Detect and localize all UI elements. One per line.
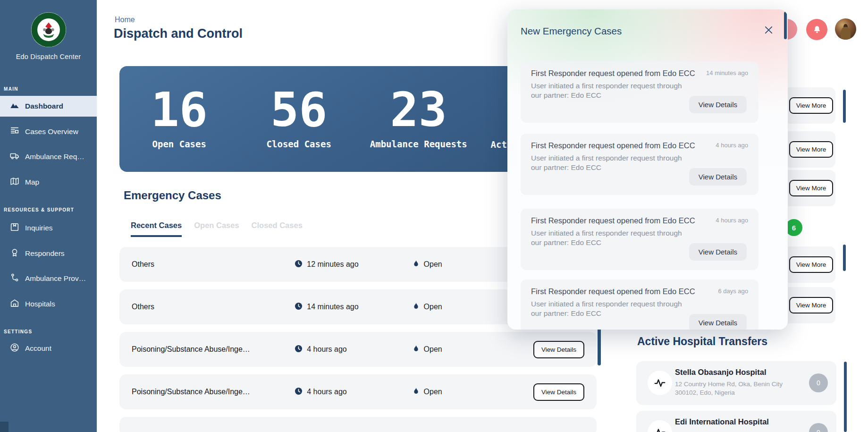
sidebar-item[interactable]: Responders [0,243,97,264]
case-status: Open [424,260,442,269]
view-details-chip[interactable]: View Details [689,243,747,261]
user-avatar[interactable] [835,18,856,40]
org-name: Edo Dispatch Center [0,53,97,60]
notification-title: First Responder request opened from Edo … [531,216,695,225]
notification-description: User initiated a first responder request… [531,153,691,173]
right-panel-scrollbar[interactable] [843,245,846,271]
dispatch-dashboard: Edo Dispatch Center MAIN Dashboard Cases… [0,0,868,432]
stat-ambulance-requests: 23 Ambulance Requests [359,66,479,172]
case-status-cell: Open [413,387,512,397]
breadcrumb[interactable]: Home [115,16,135,24]
transfers-scrollbar[interactable] [844,362,847,432]
hospital-name: Edi International Hospital [675,417,769,426]
flame-icon [413,260,420,270]
active-hospital-transfers-heading: Active Hospital Transfers [637,335,767,348]
sidebar-item[interactable]: Dashboard [0,96,97,117]
case-time-cell: 4 hours ago [295,345,412,355]
case-time: 12 minutes ago [307,260,358,269]
stat-value: 16 [151,82,208,138]
inquiries-icon [9,222,20,234]
bell-icon [812,25,822,34]
view-more-button[interactable]: View More [789,180,833,196]
case-time: 4 hours ago [307,388,347,396]
clock-icon [295,260,303,270]
edo-state-logo [0,11,97,50]
case-row-partial [119,417,597,432]
view-details-chip[interactable]: View Details [689,168,747,186]
view-more-button[interactable]: View More [789,297,833,313]
case-status: Open [424,303,442,311]
sidebar-item[interactable]: Hospitals [0,294,97,314]
stat-value: 56 [270,82,327,138]
sidebar-item-label: Inquiries [25,224,53,232]
transfer-count-badge: 0 [809,423,828,432]
stat-label: Closed Cases [267,139,331,149]
notification-time: 4 hours ago [716,142,748,149]
case-status-cell: Open [413,345,512,355]
view-details-chip[interactable]: View Details [689,314,747,330]
sidebar-item[interactable]: Inquiries [0,218,97,238]
emergency-notification-card: First Responder request opened from Edo … [521,209,758,270]
view-details-button[interactable]: View Details [533,383,584,401]
sidebar-item[interactable]: Account [0,338,97,359]
notification-time: 4 hours ago [716,217,748,224]
emergency-cases-heading: Emergency Cases [124,189,221,202]
flame-icon [413,302,420,312]
case-status-cell: Open [413,260,512,270]
sidebar-item[interactable]: Map [0,172,97,193]
hospital-card: Edi International Hospital 0 [636,411,836,432]
responders-badge-icon [9,247,20,260]
view-more-button[interactable]: View More [789,141,833,158]
stat-open-cases: 16 Open Cases [119,66,239,172]
stat-value: 23 [390,82,447,138]
sidebar-item-label: Map [25,178,39,186]
case-type: Others [132,260,295,269]
notifications-bell-button[interactable] [806,19,827,40]
sidebar-item-label: Cases Overview [25,127,78,136]
case-tab[interactable]: Recent Cases [131,221,182,237]
clock-icon [295,345,303,355]
page-title: Dispatch and Control [114,26,243,41]
sidebar-item[interactable]: Ambulance Req… [0,146,97,167]
emergency-notification-card: First Responder request opened from Edo … [521,134,758,195]
case-row: Poisoning/Substance Abuse/Inge… 4 hours … [119,332,597,367]
sidebar: Edo Dispatch Center MAIN Dashboard Cases… [0,0,97,432]
case-tabs: Recent Cases Open Cases Closed Cases [131,221,303,237]
flame-icon [413,387,420,397]
table-scrollbar[interactable] [598,326,601,365]
sidebar-item-label: Ambulance Req… [25,152,84,161]
hospital-address: 12 Country Home Rd, Oka, Benin City 3001… [675,380,798,397]
account-user-icon [9,342,20,355]
notification-title: First Responder request opened from Edo … [531,69,695,78]
sidebar-item-label: Responders [25,249,65,258]
right-panel-scrollbar[interactable] [843,90,846,123]
sidebar-item[interactable]: Ambulance Prov… [0,268,97,289]
case-tab[interactable]: Closed Cases [252,221,303,237]
close-icon[interactable] [760,22,776,38]
view-more-button[interactable]: View More [789,97,833,114]
modal-title: New Emergency Cases [521,25,622,37]
sidebar-item[interactable]: Cases Overview [0,121,97,142]
nav-section-main: MAIN [4,86,18,92]
case-time-cell: 14 minutes ago [295,302,412,312]
emergency-notification-card: First Responder request opened from Edo … [521,280,758,330]
modal-scrollbar[interactable] [784,12,787,39]
clock-icon [295,387,303,397]
case-time-cell: 12 minutes ago [295,260,412,270]
stat-label: Ambulance Requests [370,139,467,149]
view-more-button[interactable]: View More [789,256,833,273]
case-status: Open [424,388,442,396]
case-tab[interactable]: Open Cases [194,221,239,237]
case-type: Poisoning/Substance Abuse/Inge… [132,345,295,354]
provider-route-icon [9,272,20,285]
notification-description: User initiated a first responder request… [531,81,691,101]
nav-section-resources: RESOURCES & SUPPORT [4,207,74,212]
stat-label: Open Cases [152,139,206,149]
view-details-button[interactable]: View Details [533,341,584,358]
case-type: Poisoning/Substance Abuse/Inge… [132,388,295,396]
case-row: Poisoning/Substance Abuse/Inge… 4 hours … [119,374,597,409]
cases-overview-icon [9,126,20,138]
view-details-chip[interactable]: View Details [689,96,747,113]
sidebar-scroll-corner [0,422,8,432]
sidebar-item-label: Dashboard [25,102,63,110]
